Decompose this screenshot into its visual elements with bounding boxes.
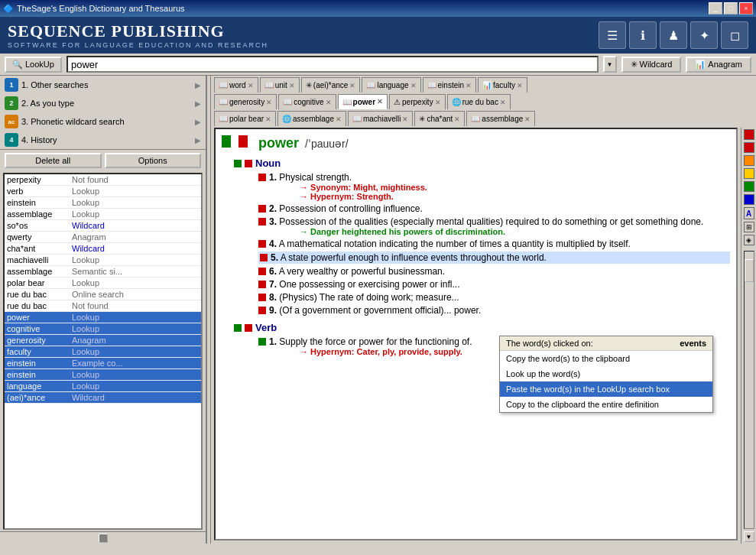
tab-close-word[interactable]: ✕ <box>248 82 254 89</box>
anagram-button[interactable]: 📊 Anagram <box>686 57 751 73</box>
history-item[interactable]: cha*ant Wildcard <box>5 243 201 255</box>
history-item[interactable]: so*os Wildcard <box>5 220 201 232</box>
star-icon-button[interactable]: ✦ <box>690 21 718 49</box>
tab-machiavelli[interactable]: 📖 machiavelli ✕ <box>348 111 413 126</box>
tab-close-einstein[interactable]: ✕ <box>466 82 472 89</box>
tab-assemblage2[interactable]: 📖 assemblage ✕ <box>466 111 535 126</box>
tab-word[interactable]: 📖 word ✕ <box>214 77 258 92</box>
person-icon-button[interactable]: ♟ <box>660 21 687 49</box>
delete-all-button[interactable]: Delete all <box>5 153 102 168</box>
options-button[interactable]: Options <box>105 153 202 168</box>
tab-close-rue[interactable]: ✕ <box>500 99 506 106</box>
tab-close-cognitive[interactable]: ✕ <box>326 99 332 106</box>
history-item[interactable]: verb Lookup <box>5 186 201 197</box>
minimize-button[interactable]: _ <box>709 2 722 15</box>
sidebar-item-history[interactable]: 4 4. History ▶ <box>0 131 206 149</box>
sidebar-item-other-searches[interactable]: 1 1. Other searches ▶ <box>0 76 206 94</box>
tab-cha-ant[interactable]: ✳ cha*ant ✕ <box>414 111 465 126</box>
scroll-thumb[interactable] <box>99 534 108 543</box>
ctx-item-lookup[interactable]: Look up the word(s) <box>500 366 712 381</box>
tab-close-polar[interactable]: ✕ <box>265 115 271 123</box>
tab-rue-du-bac[interactable]: 🌐 rue du bac ✕ <box>447 94 511 109</box>
color-swatch-green[interactable] <box>744 181 754 192</box>
history-list[interactable]: perpexity Not found verb Lookup einstein… <box>3 173 203 530</box>
history-item[interactable]: power Lookup <box>5 312 201 323</box>
color-swatch-red2[interactable] <box>744 142 754 153</box>
context-menu: The word(s) clicked on: events Copy the … <box>499 336 713 413</box>
settings-icon-button[interactable]: ◻ <box>721 21 748 49</box>
tab-close-cha[interactable]: ✕ <box>454 115 460 123</box>
history-item[interactable]: faculty Lookup <box>5 346 201 358</box>
tab-generosity[interactable]: 📖 generosity ✕ <box>214 94 277 109</box>
title-bar-controls[interactable]: _ □ × <box>709 2 753 15</box>
maximize-button[interactable]: □ <box>724 2 738 15</box>
sidebar-item-as-you-type[interactable]: 2 2. As you type ▶ <box>0 94 206 112</box>
history-item[interactable]: qwerty Anagram <box>5 232 201 243</box>
menu-icon-button[interactable]: ☰ <box>599 21 626 49</box>
color-swatch-orange[interactable] <box>744 155 754 166</box>
tab-close-perpexity[interactable]: ✕ <box>435 99 441 106</box>
tab-close-generosity[interactable]: ✕ <box>266 99 272 106</box>
history-item[interactable]: rue du bac Not found <box>5 300 201 312</box>
history-item[interactable]: einstein Example co... <box>5 358 201 369</box>
tab-polar-bear[interactable]: 📖 polar bear ✕ <box>214 111 276 126</box>
ctx-clicked-word: events <box>680 339 706 348</box>
scroll-thumb-right[interactable] <box>745 259 754 282</box>
tab-cognitive[interactable]: 📖 cognitive ✕ <box>278 94 336 109</box>
tab-assemblage1[interactable]: 🌐 assemblage ✕ <box>277 111 346 126</box>
tab-close-machiavelli[interactable]: ✕ <box>402 115 408 123</box>
search-dropdown-button[interactable]: ▼ <box>603 56 617 73</box>
header-icons[interactable]: ☰ ℹ ♟ ✦ ◻ <box>599 21 748 49</box>
tab-perpexity[interactable]: ⚠ perpexity ✕ <box>389 94 446 109</box>
tab-aei-ance[interactable]: ✳ (aei)*ance ✕ <box>301 77 361 92</box>
wildcard-button[interactable]: ✳ Wildcard <box>621 57 682 73</box>
tab-faculty[interactable]: 📊 faculty ✕ <box>478 77 527 92</box>
history-item[interactable]: (aei)*ance Wildcard <box>5 392 201 404</box>
tab-close-assemblage2[interactable]: ✕ <box>524 115 530 123</box>
tab-unit[interactable]: 📖 unit ✕ <box>260 77 300 92</box>
history-item[interactable]: einstein Lookup <box>5 197 201 209</box>
color-swatch-red1[interactable] <box>744 129 754 140</box>
sidebar-item-phonetic[interactable]: ac 3. Phonetic wildcard search ▶ <box>0 112 206 131</box>
ctx-item-paste-lookup[interactable]: Paste the word(s) in the LookUp search b… <box>500 381 712 397</box>
tab-close-aei[interactable]: ✕ <box>349 82 355 89</box>
history-word: language <box>7 381 72 391</box>
history-item[interactable]: generosity Anagram <box>5 335 201 346</box>
tab-close-faculty[interactable]: ✕ <box>517 82 523 89</box>
ctx-item-copy-def[interactable]: Copy to the clipboard the entire definit… <box>500 397 712 412</box>
diamond-button[interactable]: ◈ <box>744 235 754 245</box>
history-item[interactable]: einstein Lookup <box>5 369 201 381</box>
noun-icon-red <box>245 160 252 167</box>
word-header: power /ˈpauuər/ <box>222 135 730 151</box>
tab-icon-aei: ✳ <box>306 81 312 89</box>
tab-close-power[interactable]: ✕ <box>377 98 383 105</box>
tab-language[interactable]: 📖 language ✕ <box>362 77 420 92</box>
grid-button[interactable]: ⊞ <box>744 222 754 232</box>
tab-close-unit[interactable]: ✕ <box>289 82 295 89</box>
font-button[interactable]: A <box>744 207 754 219</box>
history-item[interactable]: machiavelli Lookup <box>5 255 201 266</box>
history-item[interactable]: assemblage Lookup <box>5 209 201 220</box>
tab-close-language[interactable]: ✕ <box>410 82 417 89</box>
scroll-track[interactable] <box>744 251 754 529</box>
history-word: so*os <box>7 221 72 230</box>
close-button[interactable]: × <box>739 2 753 15</box>
ctx-item-copy-word[interactable]: Copy the word(s) to the clipboard <box>500 351 712 366</box>
lookup-button[interactable]: 🔍 LookUp <box>5 57 62 73</box>
color-swatch-yellow[interactable] <box>744 168 754 179</box>
history-item[interactable]: rue du bac Online search <box>5 289 201 300</box>
tab-power[interactable]: 📖 power ✕ <box>338 94 388 109</box>
history-item[interactable]: perpexity Not found <box>5 174 201 186</box>
left-scrollbar[interactable] <box>0 531 206 544</box>
history-item[interactable]: assemblage Semantic si... <box>5 266 201 278</box>
info-icon-button[interactable]: ℹ <box>629 21 657 49</box>
search-input[interactable] <box>67 56 599 73</box>
history-item[interactable]: language Lookup <box>5 381 201 392</box>
history-item[interactable]: cognitive Lookup <box>5 323 201 335</box>
scroll-down-button[interactable]: ▼ <box>744 531 754 542</box>
tab-einstein[interactable]: 📖 einstein ✕ <box>423 77 476 92</box>
color-swatch-blue[interactable] <box>744 194 754 205</box>
tab-close-assemblage1[interactable]: ✕ <box>336 115 342 123</box>
toolbar: 🔍 LookUp ▼ ✳ Wildcard 📊 Anagram <box>0 54 756 76</box>
history-item[interactable]: polar bear Lookup <box>5 278 201 289</box>
